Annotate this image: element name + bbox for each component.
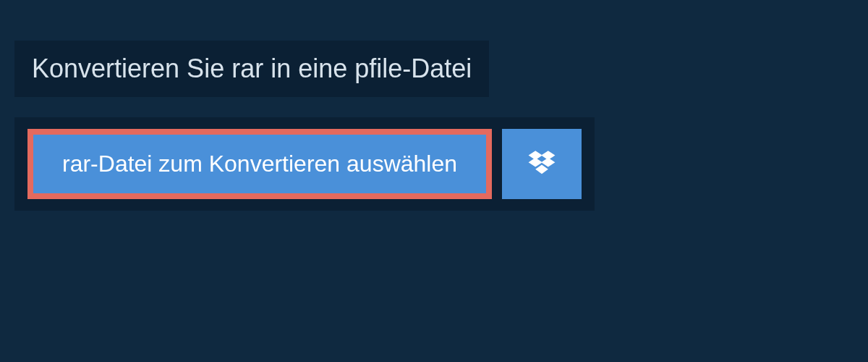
select-file-label: rar-Datei zum Konvertieren auswählen [62, 151, 457, 177]
file-select-panel: rar-Datei zum Konvertieren auswählen [14, 117, 595, 211]
dropbox-button[interactable] [502, 129, 582, 199]
select-file-button[interactable]: rar-Datei zum Konvertieren auswählen [27, 129, 492, 199]
page-title: Konvertieren Sie rar in eine pfile-Datei [14, 41, 489, 97]
dropbox-icon [527, 148, 556, 180]
